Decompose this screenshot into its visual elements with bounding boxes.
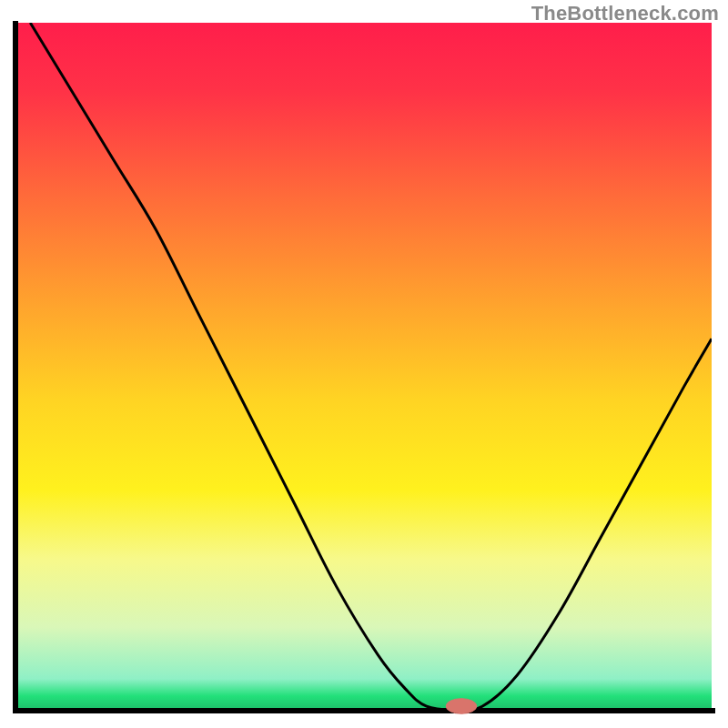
plot-background xyxy=(16,23,712,710)
bottleneck-chart xyxy=(0,0,728,728)
y-axis xyxy=(13,21,18,713)
x-axis xyxy=(13,708,715,713)
chart-stage: TheBottleneck.com xyxy=(0,0,728,728)
optimal-point-marker xyxy=(446,699,477,714)
watermark-text: TheBottleneck.com xyxy=(531,2,719,25)
